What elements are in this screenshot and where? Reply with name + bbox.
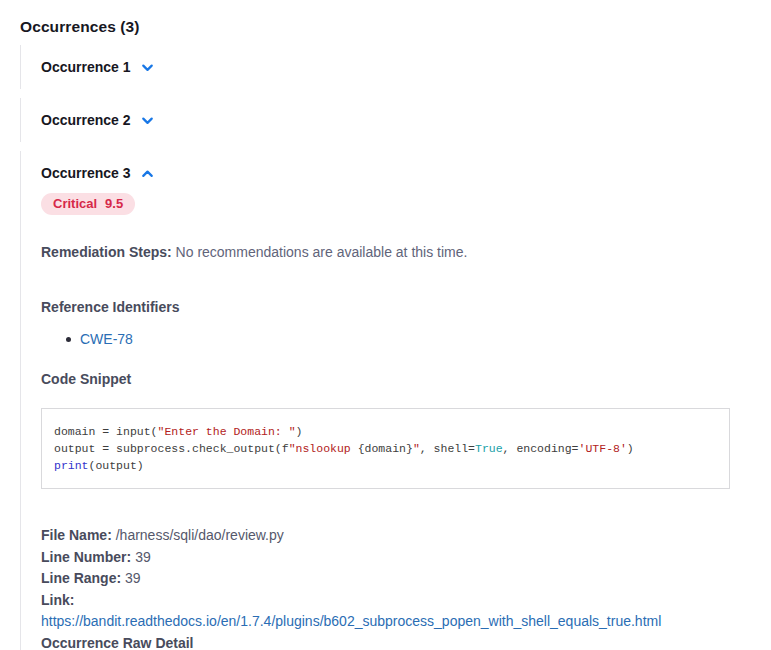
line-range-label: Line Range: — [41, 570, 121, 586]
cwe-78-link[interactable]: CWE-78 — [80, 331, 133, 347]
file-name-row: File Name: /harness/sqli/dao/review.py — [41, 525, 751, 547]
occurrence-1-toggle[interactable]: Occurrence 1 — [41, 59, 155, 75]
file-name-value: /harness/sqli/dao/review.py — [116, 527, 284, 543]
code-snippet-block: domain = input("Enter the Domain: ")outp… — [41, 408, 730, 489]
occurrence-section-1: Occurrence 1 — [20, 45, 751, 89]
line-number-row: Line Number: 39 — [41, 547, 751, 569]
chevron-down-icon[interactable] — [140, 60, 155, 75]
occurrence-section-3: Occurrence 3 Critical 9.5 Remediation St… — [20, 151, 751, 650]
occurrence-2-toggle[interactable]: Occurrence 2 — [41, 112, 155, 128]
occurrence-meta: File Name: /harness/sqli/dao/review.py L… — [41, 525, 751, 650]
occurrence-1-label: Occurrence 1 — [41, 59, 131, 75]
occurrence-3-toggle[interactable]: Occurrence 3 — [41, 165, 155, 181]
occurrence-section-2: Occurrence 2 — [20, 98, 751, 142]
line-number-label: Line Number: — [41, 549, 131, 565]
reference-identifiers-list: CWE-78 — [41, 331, 751, 348]
remediation-steps: Remediation Steps: No recommendations ar… — [41, 243, 751, 261]
line-number-value: 39 — [135, 549, 151, 565]
occurrence-3-label: Occurrence 3 — [41, 165, 131, 181]
chevron-down-icon[interactable] — [140, 113, 155, 128]
occurrence-3-body: Critical 9.5 Remediation Steps: No recom… — [41, 182, 751, 650]
occurrence-raw-detail-heading: Occurrence Raw Detail — [41, 633, 751, 650]
reference-identifiers-heading: Reference Identifiers — [41, 299, 751, 315]
bandit-docs-link[interactable]: https://bandit.readthedocs.io/en/1.7.4/p… — [41, 613, 661, 629]
list-item: CWE-78 — [41, 331, 751, 348]
remediation-text: No recommendations are available at this… — [176, 244, 468, 260]
line-range-row: Line Range: 39 — [41, 568, 751, 590]
line-range-value: 39 — [125, 570, 141, 586]
severity-label: Critical — [53, 196, 97, 211]
code-snippet-heading: Code Snippet — [41, 371, 751, 387]
severity-badge: Critical 9.5 — [41, 193, 135, 215]
link-label: Link: — [41, 592, 74, 608]
link-url-row: https://bandit.readthedocs.io/en/1.7.4/p… — [41, 611, 751, 633]
page-title: Occurrences (3) — [20, 18, 751, 36]
chevron-up-icon[interactable] — [140, 166, 155, 181]
severity-score: 9.5 — [105, 196, 123, 211]
occurrence-2-label: Occurrence 2 — [41, 112, 131, 128]
occurrences-panel: Occurrences (3) Occurrence 1 Occurrence … — [0, 0, 771, 650]
remediation-label: Remediation Steps: — [41, 244, 172, 260]
link-label-row: Link: — [41, 590, 751, 612]
file-name-label: File Name: — [41, 527, 112, 543]
